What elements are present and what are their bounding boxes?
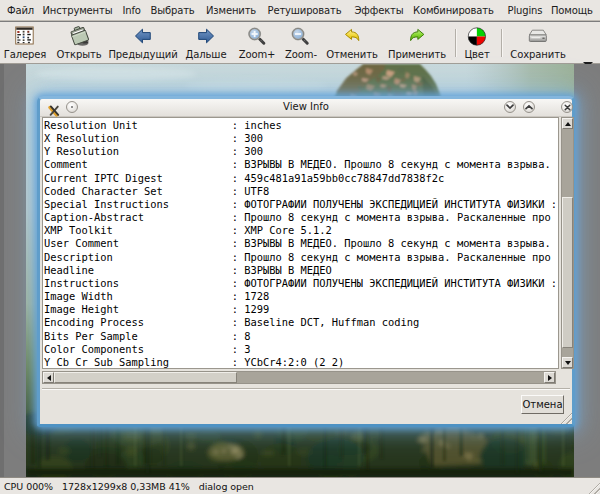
next-arrow-icon	[198, 25, 215, 47]
menu-select[interactable]: Выбрать	[151, 5, 195, 16]
info-row: Headline : ВЗРЫВЫ В МЕДЕО	[44, 264, 558, 277]
info-row: Color Components : 3	[44, 343, 558, 356]
zoom-out-icon	[292, 25, 311, 47]
info-row: Bits Per Sample : 8	[44, 330, 558, 343]
toolbar-previous-label: Предыдущий	[108, 49, 177, 60]
toolbar-next-button[interactable]: Дальше	[186, 25, 227, 60]
info-row: Description : Прошло 8 секунд с момента …	[44, 251, 558, 264]
toolbar-zoom-in-label: Zoom+	[239, 49, 276, 60]
toolbar-next-label: Дальше	[186, 49, 227, 60]
toolbar-zoom-out-label: Zoom-	[285, 49, 317, 60]
toolbar-separator	[455, 29, 457, 57]
menubar: Файл Инструменты Info Выбрать Изменить Р…	[0, 0, 600, 21]
menu-tools[interactable]: Инструменты	[43, 5, 113, 16]
cancel-button[interactable]: Отмена	[521, 395, 564, 414]
view-info-dialog: View Info Resolution Unit : inchesX Reso…	[37, 96, 575, 427]
open-folder-icon	[67, 25, 91, 47]
scroll-up-arrow-icon[interactable]	[562, 118, 573, 129]
undo-icon	[343, 25, 361, 47]
metadata-text-area[interactable]: Resolution Unit : inchesX Resolution : 3…	[42, 117, 559, 369]
toolbar-save-button[interactable]: Сохранить	[510, 25, 565, 60]
menu-plugins[interactable]: Plugins	[508, 5, 543, 16]
toolbar-undo-button[interactable]: Отменить	[326, 25, 377, 60]
info-row: XMP Toolkit : XMP Core 5.1.2	[44, 224, 558, 237]
info-row: Y Resolution : 300	[44, 145, 558, 158]
toolbar-separator	[501, 29, 503, 57]
toolbar-color-label: Цвет	[464, 49, 489, 60]
toolbar-open-button[interactable]: Открыть	[57, 25, 102, 60]
info-row: Resolution Unit : inches	[44, 119, 558, 132]
toolbar-redo-label: Применить	[388, 49, 446, 60]
dialog-body: Resolution Unit : inchesX Resolution : 3…	[40, 116, 572, 424]
toolbar-gallery-button[interactable]: Галерея	[4, 25, 47, 60]
info-row: Current IPTC Digest : 459c481a91a59bb0cc…	[44, 172, 558, 185]
dialog-titlebar[interactable]: View Info	[40, 99, 572, 117]
previous-arrow-icon	[135, 25, 152, 47]
scroll-right-arrow-icon[interactable]	[544, 372, 555, 383]
redo-icon	[408, 25, 426, 47]
color-wheel-icon	[468, 25, 487, 47]
zoom-in-icon	[248, 25, 267, 47]
status-mode: dialog open	[199, 481, 254, 492]
toolbar-undo-label: Отменить	[326, 49, 377, 60]
toolbar-color-button[interactable]: Цвет	[464, 25, 489, 60]
horizontal-scrollbar[interactable]	[42, 371, 556, 384]
toolbar-zoom-out-button[interactable]: Zoom-	[285, 25, 317, 60]
info-row: User Comment : ВЗРЫВЫ В МЕДЕО. Прошло 8 …	[44, 237, 558, 250]
toolbar-gallery-label: Галерея	[4, 49, 47, 60]
dialog-title: View Info	[40, 101, 572, 112]
info-row: Image Width : 1728	[44, 290, 558, 303]
menu-combine[interactable]: Комбинировать	[413, 5, 494, 16]
horizontal-scrollbar-trough[interactable]	[237, 372, 544, 383]
info-row: Instructions : ФОТОГРАФИИ ПОЛУЧЕНЫ ЭКСПЕ…	[44, 277, 558, 290]
window-resize-grip[interactable]	[587, 481, 600, 494]
menu-info[interactable]: Info	[123, 5, 141, 16]
dialog-separator	[42, 388, 570, 390]
info-row: Coded Character Set : UTF8	[44, 185, 558, 198]
scroll-left-arrow-icon[interactable]	[43, 372, 54, 383]
vertical-scrollbar-thumb[interactable]	[562, 197, 573, 348]
fotoxx-main-window: Файл Инструменты Info Выбрать Изменить Р…	[0, 0, 600, 494]
info-row: Y Cb Cr Sub Sampling : YCbCr4:2:0 (2 2)	[44, 356, 558, 369]
gallery-icon	[15, 25, 35, 47]
info-row: Special Instructions : ФОТОГРАФИИ ПОЛУЧЕ…	[44, 198, 558, 211]
shade-up-icon[interactable]	[523, 101, 535, 113]
info-row: Comment : ВЗРЫВЫ В МЕДЕО. Прошло 8 секун…	[44, 158, 558, 171]
info-row: X Resolution : 300	[44, 132, 558, 145]
menu-file[interactable]: Файл	[7, 5, 34, 16]
statusbar: CPU 000% 1728x1299x8 0,33MB 41% dialog o…	[0, 477, 600, 494]
info-row: Encoding Process : Baseline DCT, Huffman…	[44, 316, 558, 329]
vertical-scrollbar[interactable]	[561, 117, 574, 369]
close-icon[interactable]	[561, 101, 573, 113]
status-image-info: 1728x1299x8 0,33MB 41%	[62, 481, 190, 492]
canvas-left-edge	[0, 64, 4, 477]
menu-effects[interactable]: Эффекты	[355, 5, 404, 16]
menu-retouch[interactable]: Ретушировать	[268, 5, 342, 16]
horizontal-scrollbar-thumb[interactable]	[54, 372, 237, 383]
toolbar-redo-button[interactable]: Применить	[388, 25, 446, 60]
toolbar-save-label: Сохранить	[510, 49, 565, 60]
scroll-down-arrow-icon[interactable]	[562, 357, 573, 368]
info-row: Image Height : 1299	[44, 303, 558, 316]
menu-edit[interactable]: Изменить	[206, 5, 256, 16]
toolbar: Галерея Открыть	[0, 22, 600, 64]
shade-down-icon[interactable]	[504, 101, 516, 113]
save-icon	[527, 25, 548, 47]
toolbar-zoom-in-button[interactable]: Zoom+	[239, 25, 276, 60]
toolbar-open-label: Открыть	[57, 49, 102, 60]
menu-help[interactable]: Помощь	[551, 5, 593, 16]
status-cpu: CPU 000%	[4, 481, 53, 492]
toolbar-previous-button[interactable]: Предыдущий	[108, 25, 177, 60]
info-row: Caption-Abstract : Прошло 8 секунд с мом…	[44, 211, 558, 224]
